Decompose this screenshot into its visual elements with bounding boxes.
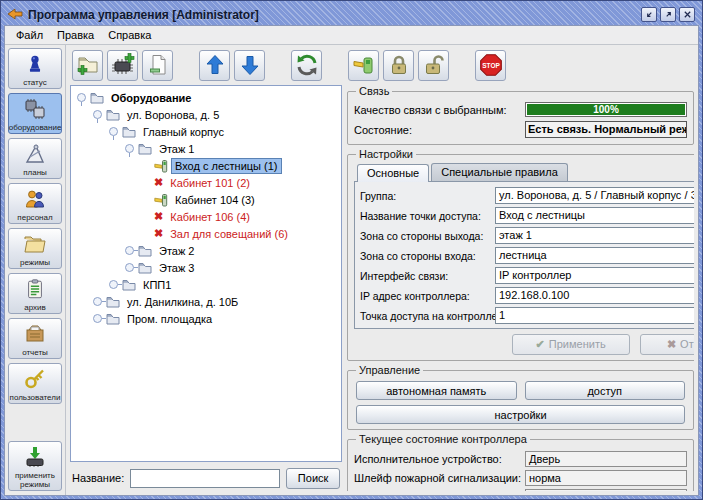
tab-special-rules[interactable]: Специальные правила	[431, 163, 568, 181]
add-group-button[interactable]	[72, 50, 103, 81]
folder-icon	[106, 296, 120, 308]
menu-help[interactable]: Справка	[101, 27, 158, 43]
move-up-button[interactable]	[199, 50, 230, 81]
menu-edit[interactable]: Правка	[50, 27, 101, 43]
plans-icon	[23, 141, 47, 167]
app-window: Программа управления [Administrator] Фай…	[0, 0, 703, 500]
tree-node[interactable]: КПП1	[71, 276, 341, 293]
settings-section-title: Настройки	[356, 148, 416, 160]
pass-icon	[352, 53, 376, 77]
group-field[interactable]: ул. Воронова, д. 5 / Главный корпус / Эт…	[495, 187, 694, 204]
tab-main[interactable]: Основные	[357, 164, 429, 182]
tree-node[interactable]: Вход с лестницы (1)	[71, 157, 341, 174]
search-bar: Название: Поиск	[70, 462, 342, 491]
add-device-button[interactable]	[107, 50, 138, 81]
refresh-icon	[295, 53, 319, 77]
settings-tab-panel: Группа: ул. Воронова, д. 5 / Главный кор…	[354, 181, 694, 329]
expand-toggle-icon[interactable]	[125, 144, 134, 153]
minimize-button[interactable]	[641, 7, 657, 22]
tree-node[interactable]: Этаж 2	[71, 242, 341, 259]
modes-icon	[23, 231, 47, 257]
equipment-icon	[23, 96, 47, 122]
remove-button[interactable]	[142, 50, 173, 81]
move-down-icon	[238, 53, 262, 77]
reports-icon	[23, 321, 47, 347]
controller-ap-select[interactable]: 1	[495, 307, 694, 324]
link-section: Связь Качество связи с выбранным: 100% С…	[347, 85, 694, 145]
sidebar-item-equipment[interactable]: оборудование	[8, 93, 62, 134]
tree-node[interactable]: ✖ Зал для совещаний (6)	[71, 225, 341, 242]
access-button[interactable]: доступ	[525, 381, 686, 400]
sidebar-item-apply-modes[interactable]: применить режимы	[8, 441, 62, 491]
expand-toggle-icon[interactable]	[77, 93, 86, 102]
sidebar-item-reports[interactable]: отчеты	[8, 318, 62, 359]
tree-node[interactable]: Кабинет 104 (3)	[71, 191, 341, 208]
move-up-icon	[203, 53, 227, 77]
link-state-label: Состояние:	[354, 124, 525, 136]
pass-button[interactable]	[348, 50, 379, 81]
unlock-icon	[422, 53, 446, 77]
app-icon	[8, 8, 23, 22]
sidebar-item-archive[interactable]: архив	[8, 273, 62, 314]
remove-icon	[146, 53, 170, 77]
tree-node[interactable]: ул. Данилкина, д. 10Б	[71, 293, 341, 310]
interface-label: Интерфейс связи:	[360, 270, 495, 282]
search-input[interactable]	[130, 469, 280, 488]
tree-node[interactable]: ✖ Кабинет 106 (4)	[71, 208, 341, 225]
interface-select[interactable]: IP контроллер	[495, 267, 694, 284]
autonomous-memory-button[interactable]: автономная память	[356, 381, 517, 400]
tree-node[interactable]: ✖ Кабинет 101 (2)	[71, 174, 341, 191]
link-section-title: Связь	[356, 85, 392, 97]
expand-toggle-icon[interactable]	[125, 246, 134, 255]
toolbar: STOP	[66, 45, 698, 85]
expand-toggle-icon[interactable]	[93, 110, 102, 119]
maximize-button[interactable]	[660, 7, 676, 22]
tree-node[interactable]: Пром. площадка	[71, 310, 341, 327]
sidebar-item-status[interactable]: статус	[8, 48, 62, 89]
access-point-offline-icon: ✖	[154, 228, 163, 239]
sidebar-item-personnel[interactable]: персонал	[8, 183, 62, 224]
ip-address-field[interactable]: 192.168.0.100	[495, 287, 694, 304]
expand-toggle-icon[interactable]	[109, 280, 118, 289]
fire-loop-label: Шлейф пожарной сигнализации:	[354, 472, 525, 484]
expand-toggle-icon[interactable]	[109, 127, 118, 136]
move-down-button[interactable]	[234, 50, 265, 81]
exit-zone-select[interactable]: этаж 1	[495, 227, 694, 244]
sidebar-item-modes[interactable]: режимы	[8, 228, 62, 269]
sidebar-item-label: архив	[24, 303, 46, 312]
close-button[interactable]	[679, 7, 695, 22]
sidebar-item-label: статус	[23, 78, 47, 87]
tree-node[interactable]: Оборудование	[71, 89, 341, 106]
folder-icon	[138, 245, 152, 257]
svg-text:STOP: STOP	[482, 62, 500, 69]
settings-section: Настройки Основные Специальные правила Г…	[347, 148, 694, 361]
sidebar-item-label: применить режимы	[9, 471, 61, 489]
stop-button[interactable]: STOP	[475, 50, 506, 81]
tree-node[interactable]: Этаж 3	[71, 259, 341, 276]
tree-node[interactable]: Этаж 1	[71, 140, 341, 157]
link-state-value: Есть связь. Нормальный режим.	[525, 121, 687, 138]
access-point-offline-icon: ✖	[154, 177, 163, 188]
sidebar-item-plans[interactable]: планы	[8, 138, 62, 179]
expand-toggle-icon[interactable]	[93, 314, 102, 323]
tree-node[interactable]: ул. Воронова, д. 5	[71, 106, 341, 123]
search-button[interactable]: Поиск	[286, 468, 340, 489]
controller-settings-button[interactable]: настройки	[356, 405, 685, 424]
tree-node[interactable]: Главный корпус	[71, 123, 341, 140]
menu-bar: Файл Правка Справка	[5, 26, 698, 45]
refresh-button[interactable]	[291, 50, 322, 81]
sidebar-item-label: режимы	[20, 258, 50, 267]
sidebar-item-label: персонал	[17, 213, 52, 222]
ap-name-field[interactable]: Вход с лестницы	[495, 207, 694, 224]
menu-file[interactable]: Файл	[9, 27, 50, 43]
lock-button[interactable]	[383, 50, 414, 81]
unlock-button[interactable]	[418, 50, 449, 81]
executive-device-value: Дверь	[525, 451, 687, 467]
entry-zone-select[interactable]: лестница	[495, 247, 694, 264]
expand-toggle-icon[interactable]	[93, 297, 102, 306]
cancel-button[interactable]: ✖Отменить	[640, 334, 694, 355]
sidebar-item-users[interactable]: пользователи	[8, 363, 62, 404]
folder-icon	[90, 92, 104, 104]
apply-button[interactable]: ✔Применить	[512, 334, 630, 355]
expand-toggle-icon[interactable]	[125, 263, 134, 272]
